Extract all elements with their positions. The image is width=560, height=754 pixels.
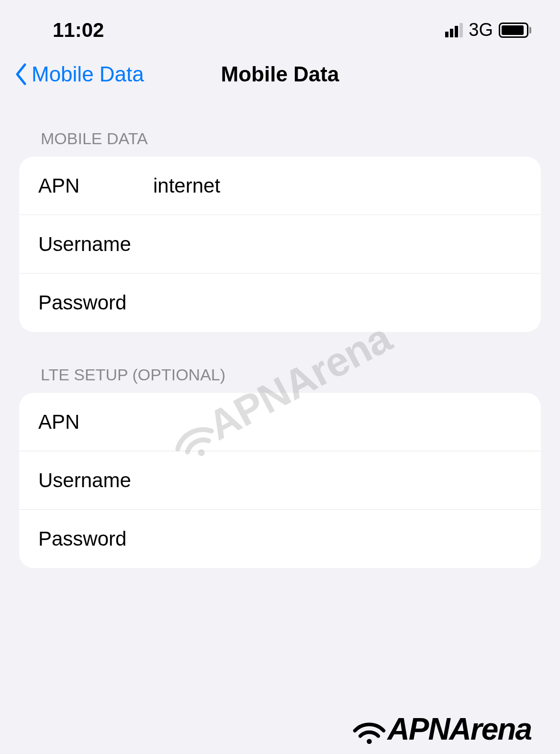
row-label-lte-username: Username (38, 469, 153, 492)
row-username[interactable]: Username (19, 215, 541, 274)
network-type: 3G (469, 20, 493, 40)
page-title: Mobile Data (221, 62, 339, 86)
row-password[interactable]: Password (19, 274, 541, 332)
content: MOBILE DATA APN Username Password LTE SE… (0, 101, 560, 568)
section-mobile-data: APN Username Password (19, 157, 541, 332)
row-label-apn: APN (38, 174, 153, 197)
back-button[interactable]: Mobile Data (14, 62, 144, 86)
status-time: 11:02 (53, 19, 104, 42)
battery-icon (499, 23, 531, 38)
row-apn[interactable]: APN (19, 157, 541, 215)
svg-point-1 (367, 739, 372, 744)
row-lte-password[interactable]: Password (19, 510, 541, 568)
watermark-text: APNArena (387, 711, 531, 747)
watermark-bottom: APNArena (351, 711, 531, 747)
back-label: Mobile Data (32, 62, 144, 86)
signal-icon (445, 23, 463, 37)
row-label-username: Username (38, 233, 153, 256)
chevron-left-icon (14, 63, 28, 86)
nav-bar: Mobile Data Mobile Data (0, 48, 560, 101)
section-header-lte: LTE SETUP (OPTIONAL) (19, 366, 541, 393)
status-bar: 11:02 3G (0, 0, 560, 48)
row-label-lte-password: Password (38, 527, 153, 550)
input-lte-username[interactable] (153, 469, 522, 492)
input-lte-apn[interactable] (153, 411, 522, 434)
input-lte-password[interactable] (153, 527, 522, 550)
row-lte-username[interactable]: Username (19, 451, 541, 510)
wifi-icon (351, 711, 387, 747)
section-lte: APN Username Password (19, 393, 541, 568)
input-apn[interactable] (153, 174, 522, 197)
row-label-lte-apn: APN (38, 411, 153, 434)
row-label-password: Password (38, 291, 153, 314)
row-lte-apn[interactable]: APN (19, 393, 541, 451)
section-header-mobile-data: MOBILE DATA (19, 129, 541, 157)
input-password[interactable] (153, 291, 522, 314)
input-username[interactable] (153, 233, 522, 256)
status-right: 3G (445, 20, 531, 40)
